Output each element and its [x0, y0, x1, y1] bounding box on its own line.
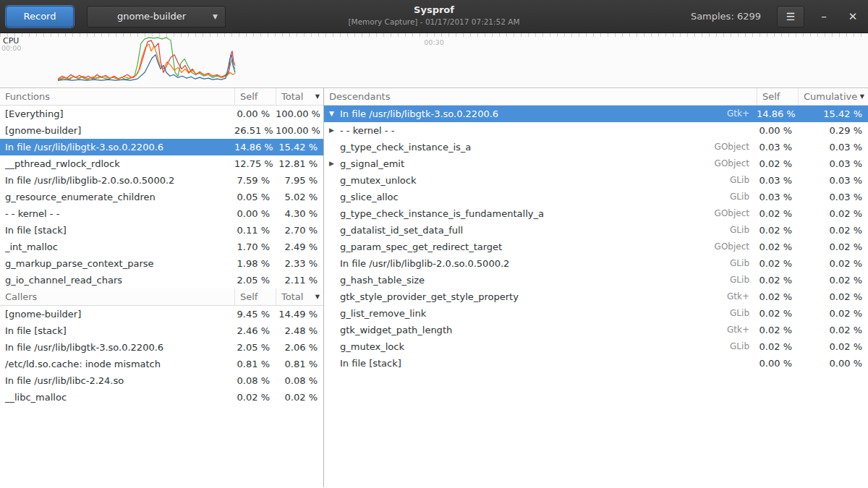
row-label: In file /usr/lib/libgtk-3.so.0.2200.6	[340, 106, 498, 122]
table-row[interactable]: g_mutex_unlockGLib0.03 %0.03 %	[324, 172, 868, 189]
functions-header-label: Functions	[5, 88, 234, 105]
self-header-label: Self	[240, 88, 276, 105]
self-value: 0.81 %	[234, 356, 276, 372]
table-row[interactable]: ▶g_signal_emitGObject0.02 %0.03 %	[324, 155, 868, 172]
table-row[interactable]: In file /usr/lib/libgtk-3.so.0.2200.62.0…	[0, 339, 323, 356]
table-row[interactable]: g_slice_allocGLib0.03 %0.03 %	[324, 189, 868, 205]
self-value: 14.86 %	[757, 106, 798, 122]
table-row[interactable]: g_type_check_instance_is_fundamentally_a…	[324, 205, 868, 222]
table-row[interactable]: [gnome-builder]9.45 %14.49 %	[0, 306, 323, 322]
category-label: GLib	[676, 305, 757, 322]
total-value: 15.42 %	[276, 139, 323, 155]
total-value: 2.33 %	[276, 255, 323, 272]
total-value: 0.81 %	[276, 356, 323, 372]
table-row[interactable]: [Everything]0.00 %100.00 %	[0, 106, 323, 122]
table-row[interactable]: g_io_channel_read_chars2.05 %2.11 %	[0, 272, 323, 288]
table-row[interactable]: g_hash_table_sizeGLib0.02 %0.02 %	[324, 272, 868, 288]
close-icon: ✕	[848, 10, 858, 23]
table-row[interactable]: g_datalist_id_set_data_fullGLib0.02 %0.0…	[324, 222, 868, 239]
table-row[interactable]: _int_malloc1.70 %2.49 %	[0, 239, 323, 255]
table-row[interactable]: gtk_style_provider_get_style_propertyGtk…	[324, 288, 868, 305]
total-column-header[interactable]: Total ▼	[276, 288, 323, 305]
table-row[interactable]: [gnome-builder]26.51 %100.00 %	[0, 122, 323, 139]
callers-column-header[interactable]: Callers	[0, 288, 234, 305]
category-label: GObject	[676, 205, 757, 222]
self-value: 0.02 %	[757, 222, 798, 239]
table-row[interactable]: g_list_remove_linkGLib0.02 %0.02 %	[324, 305, 868, 322]
total-value: 2.11 %	[276, 272, 323, 288]
table-row[interactable]: g_resource_enumerate_children0.05 %5.02 …	[0, 189, 323, 205]
process-selector-dropdown[interactable]: gnome-builder ▼	[87, 6, 226, 27]
menu-button[interactable]: ☰	[777, 6, 804, 27]
row-label: In file /usr/lib/libgtk-3.so.0.2200.6	[5, 339, 163, 356]
self-value: 2.05 %	[234, 272, 276, 288]
total-value: 100.00 %	[276, 122, 323, 139]
table-row[interactable]: - - kernel - -0.00 %4.30 %	[0, 205, 323, 222]
sort-descending-icon: ▼	[315, 88, 320, 105]
total-header-label: Total	[281, 88, 315, 105]
total-value: 12.81 %	[276, 155, 323, 172]
table-row[interactable]: gtk_widget_path_lengthGtk+0.02 %0.02 %	[324, 322, 868, 338]
table-row[interactable]: g_mutex_lockGLib0.02 %0.02 %	[324, 338, 868, 355]
table-row[interactable]: In file [stack]0.00 %0.00 %	[324, 355, 868, 372]
table-row[interactable]: ▼In file /usr/lib/libgtk-3.so.0.2200.6Gt…	[324, 106, 868, 122]
table-row[interactable]: In file /usr/lib/libglib-2.0.so.0.5000.2…	[0, 172, 323, 189]
table-row[interactable]: g_markup_parse_context_parse1.98 %2.33 %	[0, 255, 323, 272]
row-label: _int_malloc	[5, 239, 58, 255]
descendants-table: Descendants Self Cumulative ▼ ▼In file /…	[324, 88, 868, 372]
expander-open-icon[interactable]: ▼	[329, 106, 340, 122]
category-label: Gtk+	[676, 288, 757, 305]
sort-descending-icon: ▼	[860, 88, 864, 105]
row-label: g_slice_alloc	[340, 189, 399, 205]
self-value: 0.11 %	[234, 222, 276, 239]
cpu-graph-area[interactable]: CPU 00:00 00:30	[0, 33, 868, 88]
table-row[interactable]: g_param_spec_get_redirect_targetGObject0…	[324, 239, 868, 255]
callers-row-list: [gnome-builder]9.45 %14.49 %In file [sta…	[0, 306, 323, 406]
category-label: GObject	[676, 155, 757, 172]
table-row[interactable]: __libc_malloc0.02 %0.02 %	[0, 389, 323, 406]
row-label: g_type_check_instance_is_a	[340, 139, 471, 155]
row-label: In file /usr/lib/libglib-2.0.so.0.5000.2	[5, 172, 174, 189]
record-button[interactable]: Record	[6, 6, 74, 27]
self-value: 0.00 %	[234, 205, 276, 222]
total-value: 0.02 %	[798, 255, 868, 272]
table-row[interactable]: In file /usr/lib/libc-2.24.so0.08 %0.08 …	[0, 372, 323, 389]
table-row[interactable]: g_type_check_instance_is_aGObject0.03 %0…	[324, 139, 868, 155]
functions-row-list: [Everything]0.00 %100.00 %[gnome-builder…	[0, 106, 323, 288]
process-selector-label: gnome-builder	[95, 11, 208, 22]
row-label: In file /usr/lib/libglib-2.0.so.0.5000.2	[340, 255, 509, 272]
total-value: 0.03 %	[798, 172, 868, 189]
functions-column-header[interactable]: Functions	[0, 88, 234, 105]
self-value: 0.02 %	[757, 322, 798, 338]
self-value: 0.02 %	[757, 205, 798, 222]
total-value: 0.03 %	[798, 189, 868, 205]
total-column-header[interactable]: Total ▼	[276, 88, 323, 105]
self-column-header[interactable]: Self	[234, 288, 276, 305]
self-column-header[interactable]: Self	[234, 88, 276, 105]
window-close-button[interactable]: ✕	[843, 6, 862, 27]
window-minimize-button[interactable]: –	[814, 6, 833, 27]
descendants-column-header[interactable]: Descendants	[324, 88, 757, 105]
functions-table: Functions Self Total ▼ [Everything]0.00 …	[0, 88, 323, 288]
row-label: gtk_style_provider_get_style_property	[340, 288, 519, 305]
self-value: 0.00 %	[757, 122, 798, 139]
table-row[interactable]: /etc/ld.so.cache: inode mismatch0.81 %0.…	[0, 356, 323, 372]
self-value: 0.03 %	[757, 139, 798, 155]
table-row[interactable]: In file /usr/lib/libgtk-3.so.0.2200.614.…	[0, 139, 323, 155]
self-column-header[interactable]: Self	[757, 88, 798, 105]
expander-closed-icon[interactable]: ▶	[329, 122, 340, 139]
cumulative-column-header[interactable]: Cumulative ▼	[798, 88, 868, 105]
samples-count: Samples: 6299	[691, 11, 761, 22]
cpu-orange-line	[58, 44, 235, 80]
expander-closed-icon[interactable]: ▶	[329, 155, 340, 172]
table-row[interactable]: In file [stack]0.11 %2.70 %	[0, 222, 323, 239]
category-label	[676, 122, 757, 139]
header-bar: Record gnome-builder ▼ Sysprof [Memory C…	[0, 0, 868, 33]
self-value: 12.75 %	[234, 155, 276, 172]
table-row[interactable]: ▶- - kernel - -0.00 %0.29 %	[324, 122, 868, 139]
table-row[interactable]: In file /usr/lib/libglib-2.0.so.0.5000.2…	[324, 255, 868, 272]
sort-descending-icon: ▼	[315, 288, 320, 305]
table-row[interactable]: In file [stack]2.46 %2.48 %	[0, 322, 323, 339]
row-label: [gnome-builder]	[5, 306, 81, 322]
table-row[interactable]: __pthread_rwlock_rdlock12.75 %12.81 %	[0, 155, 323, 172]
